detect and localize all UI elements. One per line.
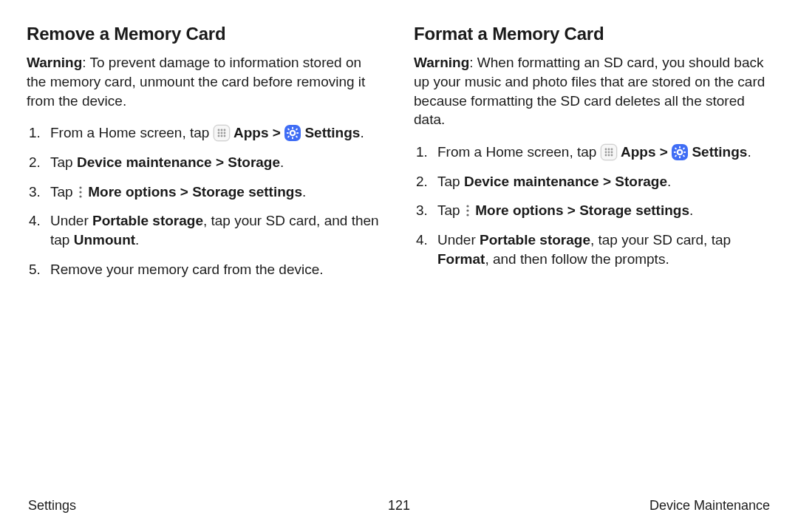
- more-options-icon: [464, 203, 471, 218]
- step-text: Tap: [437, 174, 464, 189]
- chevron: >: [273, 125, 284, 140]
- svg-point-26: [610, 151, 613, 154]
- step-2: Tap Device maintenance > Storage.: [432, 172, 771, 191]
- svg-rect-11: [292, 137, 293, 139]
- step-1: From a Home screen, tap Apps > Settings.: [432, 143, 771, 162]
- svg-rect-35: [675, 147, 678, 150]
- period: .: [302, 184, 306, 200]
- step-text: , tap your SD card, tap: [590, 232, 731, 248]
- bold: Storage: [228, 154, 280, 170]
- svg-rect-31: [679, 146, 681, 149]
- period: .: [689, 202, 693, 218]
- apps-icon: [601, 144, 617, 160]
- chevron: >: [660, 144, 672, 160]
- manual-page: Remove a Memory Card Warning: To prevent…: [0, 0, 798, 532]
- step-text: , and then follow the prompts.: [485, 251, 669, 267]
- footer-chapter-label: Device Maintenance: [410, 497, 770, 514]
- step-text: From a Home screen, tap: [50, 125, 214, 140]
- svg-rect-38: [683, 154, 686, 157]
- bold: Storage settings: [579, 202, 689, 218]
- warning-remove: Warning: To prevent damage to informatio…: [27, 53, 384, 110]
- bold: Portable storage: [92, 213, 203, 228]
- svg-rect-32: [679, 156, 681, 158]
- settings-icon: [284, 125, 301, 141]
- bold: Device maintenance: [77, 154, 212, 170]
- svg-point-4: [220, 132, 222, 134]
- step-5: Remove your memory card from the device.: [44, 260, 384, 279]
- svg-point-30: [678, 150, 682, 154]
- svg-point-7: [220, 135, 222, 137]
- bold: Portable storage: [480, 232, 590, 248]
- svg-rect-34: [683, 151, 686, 153]
- settings-label: Settings: [692, 144, 747, 160]
- svg-point-25: [607, 151, 610, 154]
- apps-label: Apps: [233, 125, 269, 140]
- warning-format: Warning: When formatting an SD card, you…: [414, 53, 771, 129]
- svg-rect-33: [674, 151, 676, 153]
- svg-point-9: [290, 131, 295, 135]
- svg-rect-15: [296, 129, 299, 132]
- heading-remove-memory-card: Remove a Memory Card: [27, 22, 384, 46]
- svg-point-0: [217, 129, 219, 132]
- step-1: From a Home screen, tap Apps > Settings.: [44, 123, 384, 143]
- footer-section-label: Settings: [28, 497, 388, 514]
- step-text: Tap: [50, 184, 77, 200]
- bold: Device maintenance: [464, 174, 599, 189]
- svg-point-1: [220, 129, 222, 132]
- period: .: [135, 232, 139, 248]
- svg-rect-17: [296, 136, 299, 139]
- svg-rect-36: [683, 147, 686, 150]
- step-3: Tap More options > Storage settings.: [44, 183, 384, 202]
- svg-point-39: [466, 205, 468, 208]
- step-text: Tap: [50, 154, 77, 170]
- svg-point-3: [217, 132, 219, 134]
- period: .: [360, 125, 364, 140]
- bold: More options: [88, 184, 176, 200]
- svg-point-41: [466, 214, 468, 216]
- period: .: [280, 154, 284, 170]
- svg-rect-10: [292, 127, 293, 129]
- step-4: Under Portable storage, tap your SD card…: [432, 231, 771, 268]
- column-remove-memory-card: Remove a Memory Card Warning: To prevent…: [27, 22, 384, 289]
- chevron: >: [212, 154, 228, 170]
- bold: More options: [475, 202, 563, 218]
- apps-label: Apps: [621, 144, 656, 160]
- step-text: Under: [437, 232, 480, 248]
- warning-label: Warning: [27, 55, 82, 70]
- svg-point-5: [223, 132, 225, 134]
- svg-point-24: [604, 151, 607, 154]
- svg-point-18: [79, 186, 81, 188]
- heading-format-memory-card: Format a Memory Card: [414, 22, 771, 46]
- page-footer: Settings 121 Device Maintenance: [27, 497, 771, 517]
- chevron: >: [599, 174, 615, 189]
- bold: Unmount: [74, 232, 135, 248]
- svg-rect-14: [287, 129, 290, 132]
- svg-point-22: [607, 149, 610, 151]
- settings-icon: [672, 144, 688, 160]
- svg-point-27: [604, 154, 607, 157]
- step-text: From a Home screen, tap: [437, 144, 601, 160]
- warning-label: Warning: [414, 55, 469, 70]
- svg-point-19: [79, 191, 81, 193]
- two-column-layout: Remove a Memory Card Warning: To prevent…: [27, 22, 771, 289]
- step-4: Under Portable storage, tap your SD card…: [44, 211, 384, 249]
- svg-point-40: [466, 210, 468, 212]
- settings-label: Settings: [304, 125, 360, 140]
- svg-point-21: [604, 149, 607, 151]
- period: .: [747, 144, 751, 160]
- column-format-memory-card: Format a Memory Card Warning: When forma…: [414, 22, 771, 289]
- step-2: Tap Device maintenance > Storage.: [44, 153, 384, 172]
- svg-rect-16: [287, 136, 290, 139]
- step-text: Remove your memory card from the device.: [50, 262, 324, 277]
- svg-point-23: [610, 149, 613, 151]
- step-text: Tap: [437, 202, 464, 218]
- steps-format: From a Home screen, tap Apps > Settings.…: [414, 143, 771, 268]
- steps-remove: From a Home screen, tap Apps > Settings.…: [27, 123, 384, 279]
- bold: Storage settings: [192, 184, 302, 200]
- svg-point-20: [79, 195, 81, 197]
- more-options-icon: [77, 185, 84, 200]
- apps-icon: [214, 125, 230, 141]
- svg-rect-13: [296, 132, 299, 134]
- svg-point-8: [223, 135, 225, 137]
- footer-page-number: 121: [388, 497, 410, 514]
